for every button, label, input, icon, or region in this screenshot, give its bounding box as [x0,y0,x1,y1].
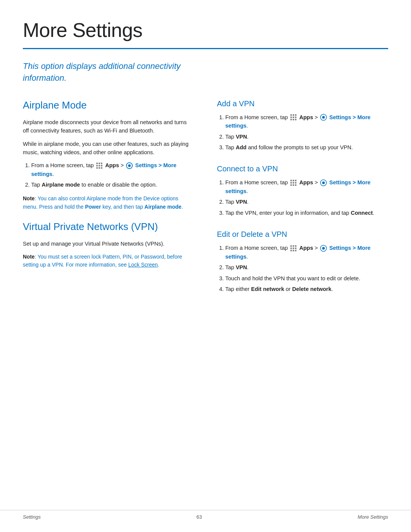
footer-left: Settings [23,513,41,521]
settings-label-2: Settings > More settings [225,114,371,129]
note-label-2: Note [23,254,35,260]
svg-rect-24 [293,180,294,181]
svg-rect-40 [290,250,292,251]
edit-vpn-step-1: From a Home screen, tap [225,244,388,261]
vpn-note: Note: You must set a screen lock Pattern… [23,253,194,269]
page-subtitle: This option displays additional connecti… [23,61,206,84]
svg-rect-5 [101,165,102,166]
apps-icon-3 [290,179,297,186]
svg-point-10 [128,164,131,167]
connect-vpn-step-2: Tap VPN. [225,198,388,206]
add-vpn-title: Add a VPN [217,98,388,109]
settings-label-4: Settings > More settings [225,245,371,259]
svg-rect-42 [295,250,296,251]
settings-icon-2 [320,114,327,121]
svg-point-33 [322,181,325,184]
svg-rect-4 [99,165,100,166]
svg-rect-16 [293,117,294,118]
svg-point-22 [322,116,325,118]
svg-rect-19 [293,119,294,120]
add-vpn-steps: From a Home screen, tap [217,113,388,152]
edit-vpn-title: Edit or Delete a VPN [217,228,388,240]
note-label-1: Note [23,195,35,201]
svg-rect-1 [99,163,100,164]
svg-rect-36 [295,245,296,247]
svg-point-44 [322,247,325,249]
airplane-para1: Airplane mode disconnects your device fr… [23,118,194,135]
add-vpn-step-2: Tap VPN. [225,133,388,141]
connect-vpn-steps: From a Home screen, tap [217,178,388,217]
edit-vpn-steps: From a Home screen, tap [217,244,388,293]
add-vpn-step-1: From a Home screen, tap [225,113,388,130]
svg-rect-12 [290,114,292,116]
vpn-section-title: Virtual Private Networks (VPN) [23,219,194,234]
left-column: Airplane Mode Airplane mode disconnects … [23,98,194,502]
settings-label-1: Settings > More settings [31,162,177,177]
edit-vpn-step-2: Tap VPN. [225,263,388,272]
svg-rect-35 [293,245,294,247]
svg-rect-27 [293,182,294,184]
footer-page-number: 63 [196,513,202,521]
svg-rect-31 [295,184,296,186]
settings-label-3: Settings > More settings [225,179,371,194]
svg-rect-26 [290,182,292,184]
apps-icon-2 [290,114,297,121]
svg-rect-6 [96,167,98,169]
svg-rect-37 [290,248,292,249]
vpn-para1: Set up and manage your Virtual Private N… [23,240,194,248]
svg-rect-23 [290,180,292,181]
svg-rect-29 [290,184,292,186]
svg-rect-17 [295,117,296,118]
svg-rect-15 [290,117,292,118]
svg-rect-3 [96,165,98,166]
svg-rect-20 [295,119,296,120]
airplane-mode-link: Airplane mode [145,204,182,210]
svg-rect-30 [293,184,294,186]
svg-rect-25 [295,180,296,181]
page-footer: Settings 63 More Settings [0,510,411,521]
apps-icon-1 [96,162,103,169]
airplane-mode-title: Airplane Mode [23,98,194,113]
connect-vpn-title: Connect to a VPN [217,163,388,174]
right-column: Add a VPN From a Home screen, tap [217,98,388,502]
settings-icon-1 [126,162,133,169]
svg-rect-7 [99,167,100,169]
svg-rect-0 [96,163,98,164]
power-key-label: Power [85,204,101,210]
svg-rect-13 [293,114,294,116]
svg-rect-38 [293,248,294,249]
svg-rect-18 [290,119,292,120]
svg-rect-39 [295,248,296,249]
lock-screen-link[interactable]: Lock Screen [128,262,158,268]
svg-rect-41 [293,250,294,251]
airplane-para2: While in airplane mode, you can use othe… [23,140,194,157]
airplane-step-2: Tap Airplane mode to enable or disable t… [31,181,194,189]
svg-rect-28 [295,182,296,184]
airplane-step-1: From a Home screen, tap [31,161,194,178]
svg-rect-8 [101,167,102,169]
edit-vpn-step-4: Tap either Edit network or Delete networ… [225,285,388,293]
svg-rect-2 [101,163,102,164]
footer-right: More Settings [358,513,388,521]
svg-rect-34 [290,245,292,247]
settings-icon-3 [320,179,327,186]
add-vpn-step-3: Tap Add and follow the prompts to set up… [225,143,388,152]
airplane-note: Note: You can also control Airplane mode… [23,195,194,211]
page-title: More Settings [23,15,388,45]
settings-icon-4 [320,245,327,252]
title-divider [23,48,388,49]
edit-vpn-step-3: Touch and hold the VPN that you want to … [225,274,388,283]
svg-rect-14 [295,114,296,116]
apps-icon-4 [290,245,297,252]
airplane-steps-list: From a Home screen, tap [23,161,194,189]
connect-vpn-step-3: Tap the VPN, enter your log in informati… [225,209,388,217]
connect-vpn-step-1: From a Home screen, tap [225,178,388,195]
